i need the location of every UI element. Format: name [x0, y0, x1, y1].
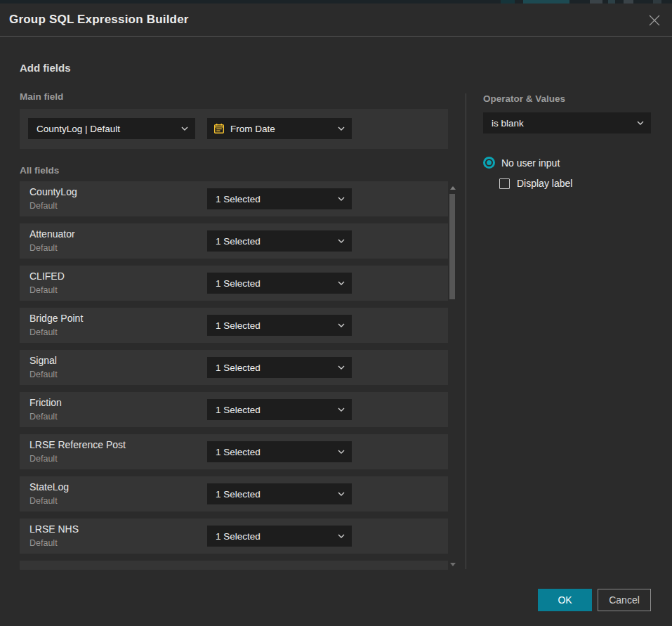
chevron-down-icon	[338, 281, 352, 285]
field-selection-dropdown[interactable]: 1 Selected	[207, 273, 352, 294]
cancel-button[interactable]: Cancel	[598, 589, 651, 611]
field-selection-dropdown[interactable]: 1 Selected	[207, 483, 352, 504]
field-selection-value: 1 Selected	[207, 278, 338, 289]
field-name: LRSE NHS	[29, 523, 79, 535]
main-field-label: Main field	[20, 91, 63, 102]
field-selection-value: 1 Selected	[207, 447, 338, 457]
list-scrollbar	[448, 181, 458, 570]
field-selection-value: 1 Selected	[207, 320, 338, 331]
field-selection-value: 1 Selected	[207, 531, 338, 542]
field-selection-dropdown[interactable]: 1 Selected	[207, 188, 352, 209]
all-fields-list: CountyLog Default 1 Selected Attenuator …	[20, 181, 448, 570]
field-subtitle: Default	[29, 370, 58, 379]
field-name: StateLog	[29, 481, 69, 493]
field-name: Bridge Point	[29, 313, 83, 324]
field-row-partial	[20, 561, 448, 570]
dialog-header: Group SQL Expression Builder	[0, 4, 672, 37]
chevron-down-icon	[338, 450, 352, 454]
chevron-down-icon	[181, 126, 195, 131]
close-icon	[648, 14, 661, 27]
field-row: StateLog Default 1 Selected	[20, 476, 448, 511]
scrollbar-down-arrow-icon[interactable]	[450, 563, 456, 566]
chevron-down-icon	[338, 492, 352, 496]
main-field-panel: CountyLog | Default From Date	[20, 109, 448, 149]
field-selection-dropdown[interactable]: 1 Selected	[207, 399, 352, 420]
field-row: Friction Default 1 Selected	[20, 392, 448, 427]
checkbox-unchecked-icon	[499, 178, 510, 189]
field-subtitle: Default	[29, 327, 58, 337]
field-row: CountyLog Default 1 Selected	[20, 181, 448, 216]
display-label-label: Display label	[517, 178, 572, 189]
field-selection-dropdown[interactable]: 1 Selected	[207, 357, 352, 378]
field-selection-dropdown[interactable]: 1 Selected	[207, 315, 352, 336]
field-name: CountyLog	[29, 186, 77, 197]
chevron-down-icon	[338, 365, 352, 370]
operator-values-label: Operator & Values	[483, 93, 565, 104]
close-button[interactable]	[646, 12, 663, 29]
field-selection-dropdown[interactable]: 1 Selected	[207, 441, 352, 462]
operator-value: is blank	[483, 118, 637, 129]
field-selection-value: 1 Selected	[207, 489, 338, 500]
field-name: Signal	[29, 355, 57, 366]
main-field-field-dropdown[interactable]: From Date	[207, 118, 352, 139]
field-subtitle: Default	[29, 454, 58, 464]
no-user-input-radio[interactable]: No user input	[483, 157, 560, 169]
chevron-down-icon	[338, 197, 352, 201]
no-user-input-label: No user input	[501, 157, 560, 169]
ok-button[interactable]: OK	[538, 589, 592, 611]
field-selection-value: 1 Selected	[207, 194, 338, 204]
field-subtitle: Default	[29, 412, 58, 422]
main-field-field-value: From Date	[225, 124, 338, 134]
display-label-checkbox[interactable]: Display label	[499, 178, 572, 189]
field-selection-value: 1 Selected	[207, 236, 338, 247]
field-name: Friction	[29, 397, 62, 408]
field-selection-dropdown[interactable]: 1 Selected	[207, 230, 352, 252]
field-row: Bridge Point Default 1 Selected	[20, 308, 448, 343]
chevron-down-icon	[637, 121, 651, 125]
field-subtitle: Default	[29, 243, 58, 253]
field-subtitle: Default	[29, 201, 58, 211]
vertical-divider	[466, 93, 466, 569]
chevron-down-icon	[338, 323, 352, 327]
field-name: CLIFED	[29, 270, 65, 282]
operator-dropdown[interactable]: is blank	[483, 112, 651, 133]
field-row: CLIFED Default 1 Selected	[20, 266, 448, 301]
field-subtitle: Default	[29, 496, 58, 506]
main-field-layer-value: CountyLog | Default	[28, 124, 181, 134]
field-selection-dropdown[interactable]: 1 Selected	[207, 526, 352, 547]
field-row: Attenuator Default 1 Selected	[20, 223, 448, 259]
group-sql-expression-builder-dialog: Group SQL Expression Builder Add fields …	[0, 4, 672, 626]
field-name: LRSE Reference Post	[29, 439, 126, 450]
chevron-down-icon	[338, 407, 352, 412]
scrollbar-thumb[interactable]	[449, 194, 455, 299]
main-field-layer-dropdown[interactable]: CountyLog | Default	[28, 118, 195, 139]
all-fields-label: All fields	[20, 165, 59, 176]
radio-selected-icon	[483, 157, 495, 169]
field-subtitle: Default	[29, 538, 58, 548]
scrollbar-up-arrow-icon[interactable]	[450, 186, 456, 190]
field-selection-value: 1 Selected	[207, 363, 338, 373]
field-row: LRSE NHS Default 1 Selected	[20, 519, 448, 554]
chevron-down-icon	[338, 126, 352, 131]
field-name: Attenuator	[29, 228, 75, 240]
calendar-date-icon	[213, 123, 225, 134]
chevron-down-icon	[338, 534, 352, 538]
field-subtitle: Default	[29, 285, 58, 295]
field-row: LRSE Reference Post Default 1 Selected	[20, 434, 448, 469]
field-row: Signal Default 1 Selected	[20, 350, 448, 385]
add-fields-heading: Add fields	[20, 62, 71, 74]
field-selection-value: 1 Selected	[207, 405, 338, 415]
dialog-title: Group SQL Expression Builder	[9, 13, 189, 27]
chevron-down-icon	[338, 239, 352, 243]
